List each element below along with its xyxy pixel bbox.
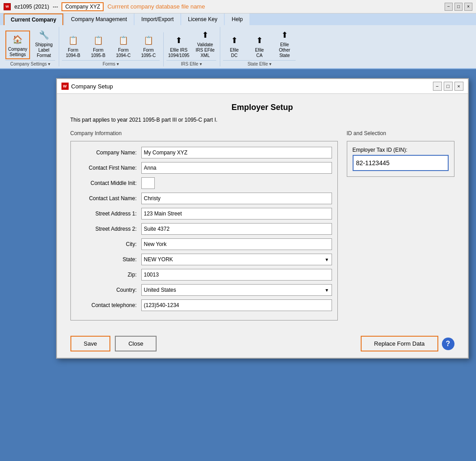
form-1095c-label: Form1095-C <box>141 48 156 58</box>
efile-irs-label: Efile IRS1094/1095 <box>168 48 189 58</box>
company-name-box: Company XYZ <box>61 2 104 11</box>
ribbon: Current Company Company Management Impor… <box>0 13 476 69</box>
ribbon-item-company-settings[interactable]: 🏠 CompanySettings <box>5 31 30 59</box>
address1-row: Street Address 1: <box>76 208 332 220</box>
title-bar: W ez1095 (2021) --- Company XYZ Currrent… <box>0 0 476 13</box>
country-select-wrapper: United States Canada Mexico ▼ <box>141 284 332 296</box>
last-name-label: Contact Last Name: <box>76 195 141 202</box>
maximize-button[interactable]: □ <box>454 3 463 11</box>
country-label: Country: <box>76 287 141 293</box>
state-row: State: NEW YORK CALIFORNIA TEXAS FLORIDA <box>76 254 332 265</box>
country-row: Country: United States Canada Mexico ▼ <box>76 284 332 296</box>
state-label: State: <box>76 256 141 263</box>
dialog-app-icon: W <box>61 83 69 90</box>
ribbon-group-company-settings: 🏠 CompanySettings 🔧 ShippingLabelFormat … <box>4 27 59 66</box>
ribbon-item-efile-irs[interactable]: ⬆ Efile IRS1094/1095 <box>166 32 191 59</box>
ribbon-item-efile-other[interactable]: ⬆ EfileOtherState <box>273 27 296 59</box>
state-select[interactable]: NEW YORK CALIFORNIA TEXAS FLORIDA <box>141 254 332 265</box>
close-button[interactable]: × <box>464 3 472 11</box>
ribbon-content: 🏠 CompanySettings 🔧 ShippingLabelFormat … <box>0 25 476 68</box>
dialog-two-col: Company Information Company Name: Contac… <box>70 130 454 321</box>
ribbon-item-shipping-label[interactable]: 🔧 ShippingLabelFormat <box>33 27 55 59</box>
dialog-body: Employer Setup This part applies to year… <box>57 94 468 329</box>
app-title: ez1095 (2021) <box>14 4 49 10</box>
company-name-input[interactable] <box>141 147 332 158</box>
dialog-close-button[interactable]: × <box>454 82 463 91</box>
ribbon-item-form-1095c[interactable]: 📋 Form1095-C <box>137 32 160 59</box>
zip-label: Zip: <box>76 272 141 278</box>
city-input[interactable] <box>141 238 332 250</box>
replace-form-data-button[interactable]: Replace Form Data <box>361 336 438 351</box>
middle-init-row: Contact Middle Init: <box>76 177 332 189</box>
save-button[interactable]: Save <box>70 336 111 351</box>
ribbon-item-efile-dc[interactable]: ⬆ EfileDC <box>223 32 245 59</box>
dialog-overlay: W Company Setup − □ × Employer Setup Thi… <box>48 69 476 461</box>
zip-input[interactable] <box>141 269 332 281</box>
middle-init-input[interactable] <box>141 177 155 189</box>
validate-xml-icon: ⬆ <box>198 28 212 42</box>
efile-dc-label: EfileDC <box>230 48 239 58</box>
id-section-box: Employer Tax ID (EIN): <box>347 141 454 177</box>
efile-other-label: EfileOtherState <box>279 42 290 58</box>
first-name-label: Contact First Name: <box>76 165 141 171</box>
city-row: City: <box>76 238 332 250</box>
title-separator: --- <box>52 4 58 10</box>
ribbon-group-irs-efile: ⬆ Efile IRS1094/1095 ⬆ ValidateIRS EFile… <box>165 27 221 66</box>
company-settings-label: CompanySettings <box>8 47 27 57</box>
dialog-maximize-button[interactable]: □ <box>444 82 453 91</box>
efile-ca-icon: ⬆ <box>252 33 266 48</box>
efile-dc-icon: ⬆ <box>227 33 241 48</box>
address2-label: Street Address 2: <box>76 226 141 232</box>
main-area: F Th vis 10 W Company Setup − □ × Em <box>0 69 476 461</box>
ribbon-item-efile-ca[interactable]: ⬆ EfileCA <box>248 32 271 59</box>
ribbon-group-forms: 📋 Form1094-B 📋 Form1095-B 📋 Form1094-C 📋… <box>60 32 164 66</box>
tab-license-key[interactable]: License Key <box>181 13 224 25</box>
tab-help[interactable]: Help <box>225 13 249 25</box>
id-section: ID and Selection Employer Tax ID (EIN): <box>347 130 454 321</box>
city-label: City: <box>76 241 141 247</box>
dialog-header: Employer Setup <box>70 103 454 112</box>
last-name-input[interactable] <box>141 193 332 204</box>
ein-input[interactable] <box>353 155 449 171</box>
address2-row: Street Address 2: <box>76 223 332 235</box>
address2-input[interactable] <box>141 223 332 235</box>
ribbon-item-form-1095b[interactable]: 📋 Form1095-B <box>87 32 109 59</box>
ribbon-tabs: Current Company Company Management Impor… <box>0 13 476 25</box>
minimize-button[interactable]: − <box>445 3 453 11</box>
middle-init-label: Contact Middle Init: <box>76 180 141 186</box>
telephone-label: Contact telephone: <box>76 302 141 308</box>
help-button[interactable]: ? <box>442 338 454 350</box>
ribbon-item-validate-xml[interactable]: ⬆ ValidateIRS EFileXML <box>194 27 216 59</box>
dialog-footer: Save Close Replace Form Data ? <box>57 329 468 358</box>
ein-label: Employer Tax ID (EIN): <box>353 147 449 153</box>
state-efile-group-label: State Efile ▾ <box>223 60 296 66</box>
country-select[interactable]: United States Canada Mexico <box>141 284 332 296</box>
forms-group-label: Forms ▾ <box>62 60 160 66</box>
form-1094b-icon: 📋 <box>66 33 80 48</box>
tab-company-management[interactable]: Company Management <box>64 13 134 25</box>
telephone-row: Contact telephone: <box>76 299 332 311</box>
form-1094b-label: Form1094-B <box>66 48 80 58</box>
dialog-minimize-button[interactable]: − <box>433 82 442 91</box>
form-1095b-icon: 📋 <box>91 33 105 48</box>
address1-input[interactable] <box>141 208 332 220</box>
ribbon-item-form-1094c[interactable]: 📋 Form1094-C <box>112 32 135 59</box>
company-settings-group-label: Company Settings ▾ <box>5 60 55 66</box>
tab-current-company[interactable]: Current Company <box>4 13 63 25</box>
efile-other-icon: ⬆ <box>277 28 292 42</box>
form-section-title: Company Information <box>70 130 338 136</box>
annotation-text: Currrent company database file name <box>107 3 205 10</box>
zip-row: Zip: <box>76 269 332 281</box>
ribbon-item-form-1094b[interactable]: 📋 Form1094-B <box>62 32 84 59</box>
form-1094c-icon: 📋 <box>116 33 131 48</box>
home-icon: 🏠 <box>10 32 25 47</box>
telephone-input[interactable] <box>141 299 332 311</box>
company-setup-dialog: W Company Setup − □ × Employer Setup Thi… <box>56 78 469 359</box>
app-icon: W <box>4 3 11 10</box>
address1-label: Street Address 1: <box>76 211 141 217</box>
irs-efile-group-label: IRS Efile ▾ <box>166 60 217 66</box>
validate-xml-label: ValidateIRS EFileXML <box>196 42 214 58</box>
first-name-input[interactable] <box>141 162 332 174</box>
close-button-dialog[interactable]: Close <box>115 336 157 351</box>
tab-import-export[interactable]: Import/Export <box>135 13 180 25</box>
